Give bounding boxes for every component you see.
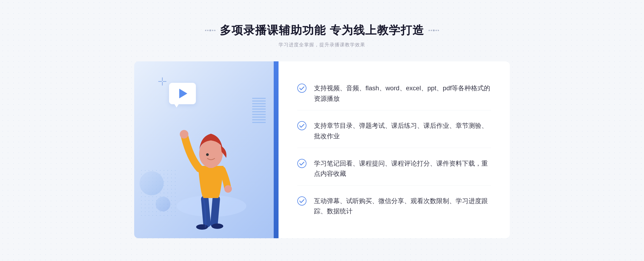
svg-point-8 bbox=[211, 223, 223, 229]
svg-point-17 bbox=[298, 197, 306, 205]
check-icon-4 bbox=[297, 196, 306, 206]
deco-dots-left bbox=[205, 29, 215, 31]
feature-item-3: 学习笔记回看、课程提问、课程评论打分、课件资料下载，重点内容收藏 bbox=[297, 152, 491, 186]
feature-item-2: 支持章节目录、弹题考试、课后练习、课后作业、章节测验、批改作业 bbox=[297, 114, 491, 148]
svg-point-12 bbox=[199, 140, 223, 168]
deco-circle-1 bbox=[140, 171, 164, 195]
feature-text-2: 支持章节目录、弹题考试、课后练习、课后作业、章节测验、批改作业 bbox=[314, 121, 491, 141]
blue-divider-bar bbox=[274, 61, 279, 238]
play-bubble bbox=[169, 83, 196, 104]
feature-text-4: 互动弹幕、试听购买、微信分享、观看次数限制、学习进度跟踪、数据统计 bbox=[314, 196, 491, 217]
features-panel: 支持视频、音频、flash、word、excel、ppt、pdf等各种格式的资源… bbox=[279, 61, 510, 238]
svg-point-9 bbox=[180, 130, 188, 139]
deco-circle-2 bbox=[156, 197, 170, 211]
svg-point-16 bbox=[298, 159, 306, 168]
feature-item-1: 支持视频、音频、flash、word、excel、ppt、pdf等各种格式的资源… bbox=[297, 77, 491, 110]
svg-point-15 bbox=[298, 121, 306, 130]
main-title: 多项录播课辅助功能 专为线上教学打造 bbox=[220, 23, 424, 38]
svg-point-10 bbox=[224, 185, 232, 193]
svg-point-14 bbox=[298, 84, 306, 92]
feature-item-4: 互动弹幕、试听购买、微信分享、观看次数限制、学习进度跟踪、数据统计 bbox=[297, 189, 491, 223]
svg-point-13 bbox=[206, 153, 209, 156]
stripes-deco bbox=[252, 96, 266, 123]
play-triangle-icon bbox=[179, 89, 187, 98]
check-icon-1 bbox=[297, 84, 306, 93]
subtitle: 学习进度全掌握，提升录播课教学效果 bbox=[205, 42, 439, 48]
check-icon-3 bbox=[297, 159, 306, 168]
page-wrapper: » 多项录播课辅助功能 专为线上教学打造 学习进度全掌握，提升录播课教学效果 bbox=[0, 0, 644, 261]
check-icon-2 bbox=[297, 121, 306, 130]
illustration-panel bbox=[134, 61, 274, 238]
sparkle-deco bbox=[158, 77, 166, 87]
feature-text-1: 支持视频、音频、flash、word、excel、ppt、pdf等各种格式的资源… bbox=[314, 83, 491, 104]
header-section: 多项录播课辅助功能 专为线上教学打造 学习进度全掌握，提升录播课教学效果 bbox=[205, 23, 439, 48]
person-illustration bbox=[174, 104, 249, 238]
content-section: 支持视频、音频、flash、word、excel、ppt、pdf等各种格式的资源… bbox=[134, 61, 510, 238]
feature-text-3: 学习笔记回看、课程提问、课程评论打分、课件资料下载，重点内容收藏 bbox=[314, 158, 491, 179]
deco-dots-right bbox=[429, 29, 439, 31]
header-title-row: 多项录播课辅助功能 专为线上教学打造 bbox=[205, 23, 439, 38]
